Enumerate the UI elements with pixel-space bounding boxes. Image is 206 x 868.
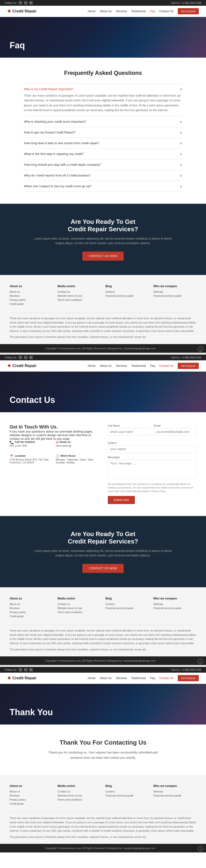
faq-question-6[interactable]: How long should you stay with a credit r… [24, 163, 182, 167]
footer-link[interactable]: Privacy policy [9, 798, 53, 801]
footer-link[interactable]: Credit guide [9, 303, 53, 305]
footer-link[interactable]: Contact us [57, 602, 101, 606]
footer-link[interactable]: Website terms of use [57, 794, 101, 797]
faq-question-8[interactable]: When can I expect to see my credit score… [24, 184, 182, 188]
footer-link[interactable]: Financial services guide [105, 794, 149, 797]
logo-icon: ❖ [7, 9, 11, 14]
footer-link[interactable]: Sitemap [153, 290, 197, 293]
nav-contact-t[interactable]: Contact Us [159, 677, 174, 680]
twitter-icon[interactable]: t [24, 1, 28, 4]
faq-question-4[interactable]: How long does it take to see results fro… [24, 141, 182, 145]
nav-faq[interactable]: Faq [150, 9, 155, 13]
nav-contact-c[interactable]: Contact Us [159, 364, 174, 368]
chevron-up-icon: ∧ [180, 87, 182, 91]
logo-contact[interactable]: ❖ Credit Repair [7, 363, 36, 369]
nav-contact[interactable]: Contact Us [159, 9, 174, 13]
get-quote-button-thanks[interactable]: Get A Quote [178, 675, 199, 681]
footer-link[interactable]: Reviews [9, 294, 53, 297]
contact-us-now-button[interactable]: CONTACT US NOW [82, 252, 124, 261]
contact-intro: If you have any questions about our prem… [9, 430, 98, 440]
main-nav: Home About Us Services Testimonial Faq C… [88, 8, 199, 14]
footer-link[interactable]: Reviews [9, 607, 53, 610]
nav-about-c[interactable]: About Us [100, 364, 112, 368]
footer-link[interactable]: Terms and conditions [57, 299, 101, 301]
scroll-top-icon-2[interactable]: ▲ [198, 659, 203, 664]
footer-link[interactable]: Contact us [57, 790, 101, 793]
nav-about[interactable]: About Us [100, 9, 112, 13]
nav-testimonial-c[interactable]: Testimonial [131, 364, 146, 368]
footer-link[interactable]: Financial services guide [153, 607, 197, 610]
footer-link[interactable]: Website terms of use [57, 294, 101, 297]
faq-question-2[interactable]: Why is checking your credit score import… [24, 120, 182, 124]
chevron-down-icon-5: ∨ [180, 152, 182, 156]
contact-form: Full Name Email Subject Messages By subm… [108, 424, 197, 504]
instagram-icon-2[interactable]: in [29, 356, 33, 359]
nav-about-t[interactable]: About Us [100, 677, 112, 680]
nav-services-t[interactable]: Services [116, 677, 127, 680]
instagram-icon[interactable]: in [29, 1, 33, 4]
contact-section: Get In Touch With Us. If you have any qu… [0, 412, 206, 516]
footer-columns-contact: About us About us Reviews Privacy policy… [9, 597, 197, 619]
cta-section-contact: Are You Ready To Get Credit Repair Servi… [0, 516, 206, 587]
footer-link[interactable]: Financial services guide [105, 294, 149, 297]
footer-col-c4: Who we compare Sitemap Financial service… [153, 597, 197, 619]
facebook-icon[interactable]: f [19, 1, 22, 4]
logo-thanks[interactable]: ❖ Credit Repair [7, 676, 36, 681]
nav-testimonial-t[interactable]: Testimonial [131, 677, 146, 680]
facebook-icon-3[interactable]: f [19, 668, 22, 672]
footer-link[interactable]: Careers [105, 290, 149, 293]
footer-link[interactable]: Financial services guide [153, 294, 197, 297]
footer-link[interactable]: Website terms of use [57, 607, 101, 610]
footer-link[interactable]: Financial services guide [105, 607, 149, 610]
footer-link[interactable]: Privacy policy [9, 299, 53, 301]
scroll-top-icon[interactable]: ▲ [198, 346, 203, 352]
twitter-icon-2[interactable]: t [24, 356, 28, 359]
footer-link[interactable]: Contact us [57, 290, 101, 293]
message-input[interactable] [108, 460, 197, 479]
footer-link[interactable]: About us [9, 790, 53, 793]
footer-col-t3: Blog Careers Financial services guide [105, 784, 149, 806]
footer-col-1-heading: About us [9, 284, 53, 288]
faq-question-5[interactable]: What is the first step in repairing my c… [24, 152, 182, 156]
submit-button[interactable]: Submit Now [108, 496, 135, 504]
footer-link[interactable]: Privacy policy [9, 611, 53, 614]
footer-link[interactable]: Terms and conditions [57, 611, 101, 614]
footer-link[interactable]: Careers [105, 602, 149, 606]
email-value: information@ [56, 444, 72, 447]
nav-home[interactable]: Home [88, 9, 96, 13]
footer-link[interactable]: About us [9, 602, 53, 606]
nav-services[interactable]: Services [116, 9, 127, 13]
get-quote-button-contact[interactable]: Get A Quote [178, 363, 199, 369]
footer-link[interactable]: Financial services guide [153, 794, 197, 797]
facebook-icon-2[interactable]: f [19, 356, 22, 359]
footer-col-3: Blog Careers Financial services guide [105, 284, 149, 307]
footer-link[interactable]: Careers [105, 790, 149, 793]
nav-home-c[interactable]: Home [88, 364, 96, 368]
nav-faq-c[interactable]: Faq [150, 364, 155, 368]
twitter-icon-3[interactable]: t [24, 668, 28, 672]
footer-link[interactable]: Sitemap [153, 602, 197, 606]
email-input[interactable] [154, 428, 197, 436]
footer-link[interactable]: About us [9, 290, 53, 293]
footer-link[interactable]: Reviews [9, 794, 53, 797]
faq-question-7[interactable]: Why do I need reports from all 3 credit … [24, 174, 182, 178]
nav-testimonial[interactable]: Testimonial [131, 9, 146, 13]
footer-link[interactable]: Terms and conditions [57, 798, 101, 801]
nav-faq-t[interactable]: Faq [150, 677, 155, 680]
logo[interactable]: ❖ Credit Repair [7, 9, 36, 14]
subject-input[interactable] [108, 445, 197, 453]
footer-link[interactable]: Credit guide [9, 615, 53, 618]
brand-name: Credit Repair [12, 9, 36, 13]
scroll-top-icon-3[interactable]: ▲ [198, 846, 203, 851]
footer-link[interactable]: Credit guide [9, 802, 53, 805]
footer-link[interactable]: Sitemap [153, 790, 197, 793]
faq-question-1[interactable]: Why is my Credit Report Important? ∧ [24, 87, 182, 91]
get-quote-button[interactable]: Get A Quote [178, 8, 199, 14]
nav-home-t[interactable]: Home [88, 677, 96, 680]
nav-services-c[interactable]: Services [116, 364, 127, 368]
instagram-icon-3[interactable]: in [29, 668, 33, 672]
faq-question-3[interactable]: How to get my Annual Credit Report? ∨ [24, 130, 182, 134]
call-info: Call Us: +1-800-250-5108 [171, 1, 201, 4]
contact-us-now-button-2[interactable]: CONTACT US NOW [82, 564, 124, 573]
fullname-input[interactable] [108, 428, 150, 436]
